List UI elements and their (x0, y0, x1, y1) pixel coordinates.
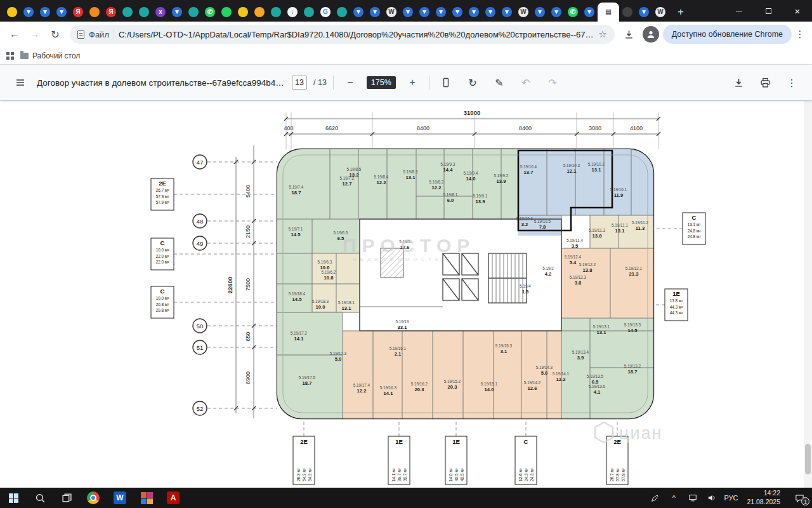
tab[interactable]: Я (70, 3, 86, 22)
tab[interactable] (86, 3, 103, 22)
tab[interactable]: ▼ (499, 3, 515, 22)
tab[interactable]: ▼ (416, 3, 433, 22)
tab[interactable]: ▼ (636, 3, 652, 22)
tab[interactable] (268, 3, 284, 22)
url-text[interactable]: C:/Users/PL-OTD~1/AppData/Local/Temp/Rar… (119, 30, 594, 39)
forward-button[interactable]: → (25, 25, 44, 44)
svg-text:5.19/7.1: 5.19/7.1 (289, 227, 303, 231)
svg-text:39.7 м²: 39.7 м² (403, 468, 407, 481)
tab[interactable]: ▼ (400, 3, 416, 22)
tab[interactable]: ▼ (37, 3, 53, 22)
tab[interactable]: ↓ (284, 3, 301, 22)
profile-avatar[interactable] (643, 26, 659, 43)
tab[interactable]: ▼ (466, 3, 482, 22)
tab[interactable]: ▼ (449, 3, 466, 22)
word-taskbar-button[interactable]: W (107, 488, 133, 508)
scrollbar-thumb[interactable] (805, 444, 811, 474)
close-button[interactable]: × (783, 0, 812, 22)
tab[interactable]: W (383, 3, 400, 22)
tab[interactable]: ▼ (20, 3, 37, 22)
tab[interactable]: ▼ (482, 3, 499, 22)
tab[interactable] (136, 3, 152, 22)
browser-menu-button[interactable]: ⋮ (793, 29, 807, 40)
volume-tray-button[interactable] (702, 488, 721, 508)
pdf-download-button[interactable] (728, 72, 749, 93)
tab[interactable] (4, 3, 20, 22)
address-bar[interactable]: Файл C:/Users/PL-OTD~1/AppData/Local/Tem… (70, 25, 615, 44)
redo-button[interactable]: ↷ (542, 72, 563, 93)
tab[interactable] (185, 3, 202, 22)
tab[interactable]: G (317, 3, 334, 22)
svg-text:47: 47 (197, 159, 204, 166)
tab-active[interactable]: ▤ (598, 3, 619, 22)
svg-text:13.9: 13.9 (497, 178, 506, 184)
svg-text:14.0 м²: 14.0 м² (449, 468, 453, 481)
tray-chevron-button[interactable]: ^ (664, 488, 683, 508)
back-button[interactable]: ← (5, 25, 24, 44)
tab[interactable]: ▼ (367, 3, 383, 22)
minimize-icon (736, 11, 742, 11)
undo-button[interactable]: ↶ (516, 72, 536, 93)
network-tray-button[interactable] (683, 488, 702, 508)
clock[interactable]: 14:22 21.08.2025 (740, 488, 787, 508)
zoom-level-input[interactable]: 175% (367, 76, 396, 89)
acrobat-taskbar-button[interactable]: A (160, 488, 187, 508)
tab[interactable]: x (152, 3, 169, 22)
action-center-button[interactable]: 1 (787, 488, 812, 508)
clock-date: 21.08.2025 (747, 498, 780, 507)
new-tab-button[interactable]: + (672, 4, 689, 20)
tab[interactable]: ▼ (581, 3, 598, 22)
tab[interactable]: W (515, 3, 532, 22)
minimize-button[interactable] (724, 0, 754, 22)
tab[interactable]: ▼ (433, 3, 449, 22)
file-icon (77, 30, 84, 39)
axis-markers: 474849505152 (193, 155, 277, 415)
bookmark-item-desktop[interactable]: Рабочий стол (20, 51, 80, 60)
tab[interactable]: ▼ (53, 3, 70, 22)
pen-tray-button[interactable] (645, 488, 664, 508)
reload-button[interactable]: ↻ (46, 25, 65, 44)
search-button[interactable] (27, 488, 53, 508)
maximize-button[interactable] (754, 0, 783, 22)
chrome-taskbar-button[interactable] (80, 488, 107, 508)
tab[interactable]: W (652, 3, 669, 22)
tab[interactable] (619, 3, 636, 22)
speaker-icon (707, 493, 716, 502)
tab[interactable]: ▼ (350, 3, 367, 22)
zoom-out-button[interactable]: − (340, 72, 360, 93)
page-number-input[interactable] (292, 76, 307, 90)
photos-taskbar-button[interactable] (133, 488, 160, 508)
tab-favicon (254, 7, 265, 17)
tab[interactable] (119, 3, 136, 22)
pdf-more-button[interactable]: ⋮ (782, 72, 802, 93)
apps-grid-icon[interactable] (6, 52, 14, 60)
tab[interactable]: ✆ (202, 3, 218, 22)
tab[interactable]: ▼ (169, 3, 185, 22)
svg-text:3.2: 3.2 (521, 222, 528, 227)
task-view-button[interactable] (53, 488, 80, 508)
print-button[interactable] (755, 72, 775, 93)
svg-text:2.1: 2.1 (395, 351, 402, 357)
tab[interactable] (251, 3, 268, 22)
fit-page-button[interactable] (436, 72, 456, 93)
pdf-menu-button[interactable] (10, 72, 30, 93)
scrollbar-track[interactable] (804, 101, 812, 488)
tab[interactable]: Я (103, 3, 119, 22)
tab[interactable]: ✆ (565, 3, 581, 22)
tab[interactable] (218, 3, 235, 22)
svg-text:С: С (524, 438, 528, 445)
downloads-button[interactable] (620, 25, 639, 44)
chrome-update-chip[interactable]: Доступно обновление Chrome (663, 25, 792, 44)
tab[interactable]: ▼ (548, 3, 565, 22)
language-indicator[interactable]: РУС (721, 488, 740, 508)
svg-text:14.4: 14.4 (443, 167, 454, 173)
annotate-button[interactable]: ✎ (489, 72, 509, 93)
tab[interactable] (301, 3, 317, 22)
rotate-button[interactable]: ↻ (462, 72, 483, 93)
start-button[interactable] (0, 488, 27, 508)
bookmark-star-icon[interactable]: ☆ (598, 29, 606, 40)
tab[interactable] (235, 3, 251, 22)
zoom-in-button[interactable]: + (402, 72, 422, 93)
tab[interactable]: ▼ (532, 3, 548, 22)
tab[interactable] (334, 3, 350, 22)
